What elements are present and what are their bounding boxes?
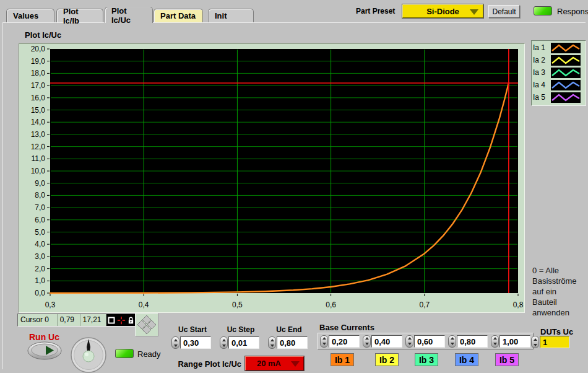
cursor-move-pad[interactable] xyxy=(135,313,158,336)
y-tick-label: 1,0 xyxy=(35,276,45,285)
base-currents-panel: 0,200,400,600,801,00 xyxy=(318,333,534,349)
legend-item-ia-5[interactable]: Ia 5 xyxy=(533,91,584,103)
legend-line-sample-icon xyxy=(551,43,581,53)
tab-plot-ic-ib[interactable]: Plot Ic/Ib xyxy=(56,9,103,22)
tab-values[interactable]: Values xyxy=(6,9,54,22)
base-current-1: 0,20 xyxy=(320,335,360,348)
tab-plot-ic-uc[interactable]: Plot Ic/Uc xyxy=(105,7,153,23)
part-preset-value: Si-Diode xyxy=(426,7,459,16)
cursor-name: Cursor 0 xyxy=(18,314,58,326)
tab-part-data[interactable]: Part Data xyxy=(153,9,203,22)
base-current-4-field[interactable]: 0,80 xyxy=(457,335,488,348)
uc-end-stepper[interactable] xyxy=(268,336,276,349)
ib-label-4: Ib 4 xyxy=(455,353,478,366)
base-current-2-stepper[interactable] xyxy=(363,335,371,348)
legend-item-ia-3[interactable]: Ia 3 xyxy=(533,66,584,79)
base-current-5-field[interactable]: 1,00 xyxy=(499,335,530,348)
run-uc-button[interactable] xyxy=(27,341,63,361)
x-tick-label: 0,7 xyxy=(419,301,430,309)
response-led-icon xyxy=(534,6,552,15)
y-tick-label: 20,0 xyxy=(31,45,46,53)
y-tick-label: 4,0 xyxy=(35,240,45,248)
uc-end-field[interactable]: 0,80 xyxy=(277,336,308,349)
base-current-5-stepper[interactable] xyxy=(491,335,499,348)
y-tick-label: 12,0 xyxy=(31,143,46,151)
uc-start-label: Uc Start xyxy=(171,325,214,334)
response-label: Response xyxy=(557,7,588,16)
ib-label-5: Ib 5 xyxy=(495,353,519,366)
chevron-down-icon xyxy=(291,361,300,367)
legend-item-ia-4[interactable]: Ia 4 xyxy=(533,79,584,91)
x-tick-label: 0,5 xyxy=(232,301,243,309)
y-tick-label: 2,0 xyxy=(35,265,45,273)
ready-led-icon xyxy=(115,349,134,358)
duts-uc-field[interactable]: 1 xyxy=(540,336,569,348)
ib-label-1: Ib 1 xyxy=(331,353,354,366)
duts-uc-label: DUTs Uc xyxy=(540,327,573,336)
range-plot-dropdown[interactable]: 20 mA xyxy=(245,356,304,371)
cursor-x-value: 0,79 xyxy=(58,314,80,326)
legend-line-sample-icon xyxy=(551,92,581,103)
cursor-marker-icon[interactable] xyxy=(108,317,115,324)
cursor-style-controls[interactable] xyxy=(106,314,136,326)
ib-label-3: Ib 3 xyxy=(415,353,438,366)
base-current-4: 0,80 xyxy=(448,335,488,348)
y-tick-label: 11,0 xyxy=(32,154,46,163)
duts-note: 0 = AlleBasisströmeauf einBauteilanwende… xyxy=(532,265,588,318)
plot-legend[interactable]: Ia 1Ia 2Ia 3Ia 4Ia 5 xyxy=(531,40,586,106)
base-current-3-stepper[interactable] xyxy=(405,335,413,348)
y-tick-label: 14,0 xyxy=(31,118,46,126)
y-tick-label: 19,0 xyxy=(31,57,46,66)
chevron-down-icon xyxy=(470,9,478,15)
tab-page-edge-left xyxy=(2,22,3,369)
duts-note-line: auf ein xyxy=(532,286,588,297)
legend-item-ia-1[interactable]: Ia 1 xyxy=(533,42,584,54)
ib-label-2: Ib 2 xyxy=(375,353,399,366)
y-tick-label: 10,0 xyxy=(31,167,46,175)
base-current-2-field[interactable]: 0,40 xyxy=(371,335,402,348)
y-tick-label: 18,0 xyxy=(31,69,46,77)
base-current-3-field[interactable]: 0,60 xyxy=(414,335,445,348)
duts-uc-stepper[interactable] xyxy=(531,336,539,348)
tab-init[interactable]: Init xyxy=(208,9,254,22)
legend-line-sample-icon xyxy=(551,80,581,90)
x-tick-label: 0,6 xyxy=(326,301,336,309)
plot-title: Plot Ic/Uc xyxy=(25,30,61,40)
lock-icon[interactable] xyxy=(128,316,134,325)
base-current-4-stepper[interactable] xyxy=(448,335,456,348)
uc-start-field[interactable]: 0,30 xyxy=(180,336,211,349)
uc-start-stepper[interactable] xyxy=(171,336,179,349)
default-button[interactable]: Default xyxy=(488,5,520,18)
crosshair-icon[interactable] xyxy=(117,316,126,325)
duts-note-line: Basisströme xyxy=(532,276,588,286)
legend-label: Ia 1 xyxy=(533,43,551,52)
y-tick-label: 0,0 xyxy=(35,289,45,297)
legend-item-ia-2[interactable]: Ia 2 xyxy=(533,54,584,66)
base-currents-label: Base Currents xyxy=(319,323,374,332)
part-preset-dropdown[interactable]: Si-Diode xyxy=(402,4,483,18)
y-tick-label: 6,0 xyxy=(35,216,45,224)
y-tick-label: 15,0 xyxy=(31,106,46,115)
x-tick-label: 0,8 xyxy=(513,301,524,309)
plot-panel: 0,01,02,03,04,05,06,07,08,09,010,011,012… xyxy=(19,43,525,313)
y-tick-label: 5,0 xyxy=(35,228,45,237)
uc-end-control: 0,80 xyxy=(268,336,308,349)
uc-step-stepper[interactable] xyxy=(220,336,228,349)
ic-uc-chart: 0,01,02,03,04,05,06,07,08,09,010,011,012… xyxy=(19,44,524,312)
range-plot-value: 20 mA xyxy=(257,359,281,368)
legend-label: Ia 2 xyxy=(533,56,551,64)
x-tick-label: 0,4 xyxy=(139,301,149,309)
cursor-legend-bar[interactable]: Cursor 0 0,79 17,21 xyxy=(17,314,136,327)
duts-note-line: 0 = Alle xyxy=(532,265,588,276)
legend-line-sample-icon xyxy=(551,68,581,78)
base-current-1-field[interactable]: 0,20 xyxy=(329,335,360,348)
legend-label: Ia 4 xyxy=(533,81,551,89)
duts-note-line: anwenden xyxy=(532,307,588,318)
base-current-1-stepper[interactable] xyxy=(320,335,328,348)
y-tick-label: 9,0 xyxy=(35,179,45,188)
uc-step-field[interactable]: 0,01 xyxy=(228,336,259,349)
knob-dial[interactable] xyxy=(69,336,108,373)
ready-label: Ready xyxy=(137,349,161,359)
uc-step-control: 0,01 xyxy=(220,336,259,349)
x-tick-label: 0,3 xyxy=(45,301,56,309)
